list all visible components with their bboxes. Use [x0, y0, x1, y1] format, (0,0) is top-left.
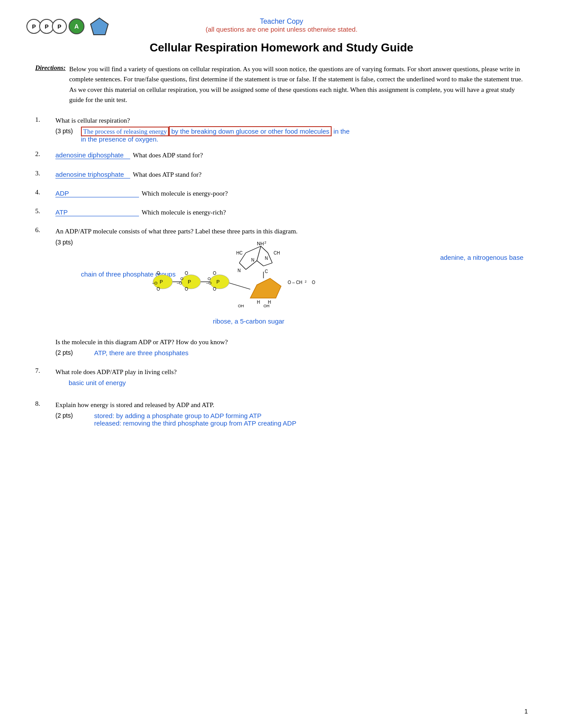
q6-sub-answer: ATP, there are three phosphates	[94, 349, 189, 357]
svg-line-6	[257, 261, 263, 266]
q1-content: What is cellular respiration? (3 pts) Th…	[55, 116, 528, 143]
document-header: Teacher Copy (all questions are one poin…	[35, 18, 528, 33]
svg-text:2: 2	[305, 280, 307, 283]
q8-pts: (2 pts)	[55, 412, 81, 427]
svg-text:HC: HC	[236, 251, 242, 255]
question-4-row: 4. ADP Which molecule is energy-poor?	[35, 189, 528, 199]
q1-answer-part2: by the breaking down glucose or other fo…	[169, 126, 331, 136]
svg-line-27	[228, 283, 250, 289]
teacher-copy-label: Teacher Copy	[35, 18, 528, 25]
svg-line-3	[261, 246, 268, 253]
svg-text:P: P	[160, 279, 163, 284]
q7-answer: basic unit of energy	[69, 379, 126, 386]
q2-content: adenosine diphosphate What does ADP stan…	[55, 150, 528, 160]
svg-text:N: N	[265, 256, 268, 261]
svg-text:O: O	[208, 277, 211, 281]
q1-text: What is cellular respiration?	[55, 116, 528, 126]
directions-block: Directions: Below you will find a variet…	[35, 64, 528, 105]
q4-text: Which molecule is energy-poor?	[142, 189, 228, 199]
svg-text:O: O	[185, 271, 188, 276]
q6-sub-answer-row: (2 pts) ATP, there are three phosphates	[55, 349, 528, 357]
q2-num: 2.	[35, 150, 55, 160]
q6-pts: (3 pts)	[55, 239, 81, 331]
q5-text: Which molecule is energy-rich?	[142, 207, 226, 218]
q6-sub-pts: (2 pts)	[55, 349, 81, 357]
q3-content: adenosine triphosphate What does ATP sta…	[55, 170, 528, 180]
svg-text:P: P	[216, 279, 219, 284]
q8-answer-line2: released: removing the third phosphate g…	[94, 419, 296, 427]
question-3-row: 3. adenosine triphosphate What does ATP …	[35, 170, 528, 180]
q7-content: What role does ADP/ATP play in living ce…	[55, 367, 528, 387]
q6-sub-row: Is the molecule in this diagram ADP or A…	[35, 337, 528, 357]
q5-answer: ATP	[55, 208, 139, 216]
q4-content: ADP Which molecule is energy-poor?	[55, 189, 528, 199]
main-title: Cellular Respiration Homework and Study …	[35, 41, 528, 55]
svg-line-7	[257, 246, 261, 261]
question-5-row: 5. ATP Which molecule is energy-rich?	[35, 207, 528, 218]
svg-text:N: N	[238, 268, 241, 273]
q3-text: What does ATP stand for?	[133, 170, 201, 180]
directions-label: Directions:	[35, 64, 66, 105]
svg-text:O: O	[157, 271, 160, 276]
p-circle-3: P	[52, 19, 67, 34]
q8-text: Explain how energy is stored and release…	[55, 400, 528, 410]
svg-text:O: O	[213, 287, 216, 291]
svg-line-5	[263, 263, 272, 266]
svg-text:O: O	[185, 287, 188, 291]
q5-content: ATP Which molecule is energy-rich?	[55, 207, 528, 218]
svg-text:–O: –O	[152, 281, 157, 285]
q6-sub-content: Is the molecule in this diagram ADP or A…	[55, 337, 528, 357]
svg-text:C: C	[265, 269, 268, 274]
pentagon-shape	[90, 18, 109, 35]
svg-text:O: O	[180, 277, 183, 281]
logo-circles: P P P A	[26, 18, 84, 34]
directions-text: Below you will find a variety of questio…	[69, 64, 528, 105]
q6-diagram-area: chain of three phosphate groups adenine,…	[81, 239, 528, 331]
q3-inline: adenosine triphosphate What does ATP sta…	[55, 170, 528, 180]
svg-text:OH: OH	[238, 304, 244, 308]
svg-text:NH: NH	[257, 241, 264, 246]
q2-text: What does ADP stand for?	[133, 150, 203, 160]
atp-diagram-svg: NH 2 HC CH N	[151, 239, 398, 327]
q7-text: What role does ADP/ATP play in living ce…	[55, 367, 528, 377]
q7-answer-wrap: basic unit of energy	[55, 379, 528, 387]
q7-num: 7.	[35, 367, 55, 387]
questions-section: 1. What is cellular respiration? (3 pts)…	[35, 116, 528, 427]
q8-answer-line1: stored: by adding a phosphate group to A…	[94, 412, 296, 419]
svg-text:O – CH: O – CH	[288, 280, 302, 285]
q6-content: An ADP/ATP molecule consists of what thr…	[55, 226, 528, 237]
svg-marker-18	[250, 278, 281, 298]
question-6-row: 6. An ADP/ATP molecule consists of what …	[35, 226, 528, 237]
q8-answer-block: stored: by adding a phosphate group to A…	[81, 412, 296, 427]
svg-text:O: O	[213, 271, 216, 276]
q5-inline: ATP Which molecule is energy-rich?	[55, 207, 528, 218]
a-circle: A	[69, 18, 84, 34]
svg-text:N: N	[251, 258, 254, 262]
svg-text:2: 2	[264, 240, 267, 244]
svg-text:OH: OH	[263, 304, 270, 308]
q8-content: Explain how energy is stored and release…	[55, 400, 528, 427]
q2-answer: adenosine diphosphate	[55, 151, 130, 159]
question-2-row: 2. adenosine diphosphate What does ADP s…	[35, 150, 528, 160]
svg-marker-0	[91, 18, 108, 35]
q6-text: An ADP/ATP molecule consists of what thr…	[55, 226, 528, 237]
q6-num: 6.	[35, 226, 55, 237]
svg-text:–O: –O	[177, 281, 182, 285]
q6-spacer	[35, 239, 55, 331]
question-7-row: 7. What role does ADP/ATP play in living…	[35, 367, 528, 387]
q1-answer-row: (3 pts) The process of releasing energyb…	[55, 127, 528, 143]
q6-sub-question: Is the molecule in this diagram ADP or A…	[55, 337, 528, 347]
svg-text:P: P	[188, 279, 191, 284]
q1-answer-block: The process of releasing energyby the br…	[81, 127, 528, 143]
svg-text:O: O	[312, 280, 315, 285]
q8-answer-row: (2 pts) stored: by adding a phosphate gr…	[55, 412, 528, 427]
question-1-row: 1. What is cellular respiration? (3 pts)…	[35, 116, 528, 143]
q8-num: 8.	[35, 400, 55, 427]
q5-num: 5.	[35, 207, 55, 218]
q1-answer-part1: The process of releasing energy	[81, 127, 169, 136]
q6-diagram-row: (3 pts) chain of three phosphate groups …	[35, 239, 528, 331]
q3-num: 3.	[35, 170, 55, 180]
logo-area: P P P A	[26, 18, 109, 35]
q4-inline: ADP Which molecule is energy-poor?	[55, 189, 528, 199]
page-number: 1	[524, 708, 528, 715]
